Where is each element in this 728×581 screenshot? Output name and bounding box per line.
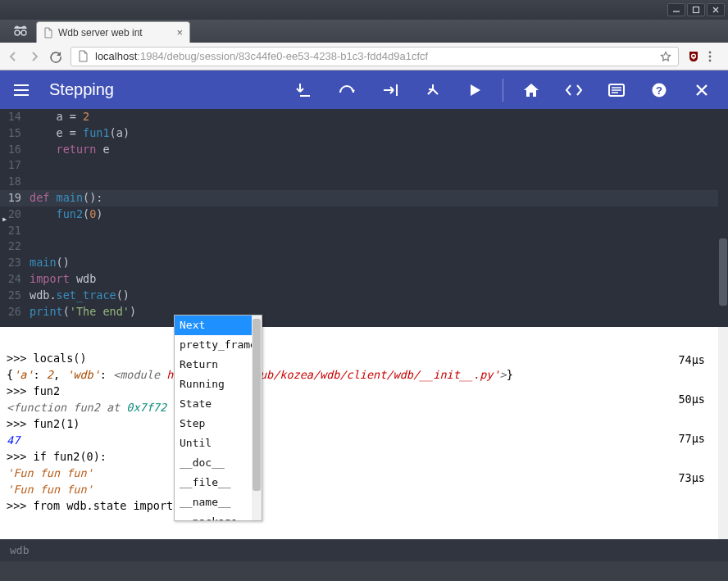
line-number[interactable]: 15	[0, 125, 25, 142]
window-minimize-button[interactable]	[667, 3, 685, 16]
repl-prompt-line: >>> locals()	[7, 350, 721, 366]
svg-rect-4	[693, 57, 694, 60]
repl-entry: >>> fun2(1)47	[0, 415, 728, 448]
code-line[interactable]: 25wdb.set_trace()	[0, 288, 728, 304]
nav-back-icon[interactable]	[7, 50, 20, 63]
nav-reload-icon[interactable]	[49, 50, 62, 63]
code-text: fun2(0)	[25, 207, 102, 223]
step-over-button[interactable]	[329, 72, 365, 108]
line-number[interactable]: 22	[0, 238, 25, 255]
autocomplete-item[interactable]: Step	[175, 414, 252, 433]
line-number[interactable]: 26	[0, 304, 25, 320]
console-scrollbar[interactable]	[718, 327, 728, 539]
svg-point-2	[21, 30, 26, 35]
command-input[interactable]: wdb	[0, 539, 728, 561]
code-text: a = 2	[25, 109, 89, 125]
code-text: wdb.set_trace()	[25, 288, 130, 304]
autocomplete-item[interactable]: __file__	[175, 473, 252, 492]
bookmark-star-icon[interactable]	[660, 51, 671, 62]
repl-prompt-line: >>> from wdb.state import	[7, 497, 721, 514]
code-text: def main():	[25, 190, 102, 207]
step-into-button[interactable]	[286, 72, 322, 108]
code-text	[25, 157, 30, 174]
page-title: Stepping	[49, 80, 114, 99]
command-input-placeholder: wdb	[10, 544, 29, 556]
autocomplete-item[interactable]: __name__	[175, 492, 252, 512]
svg-point-5	[709, 51, 712, 53]
code-line[interactable]: 21	[0, 223, 728, 239]
svg-point-1	[15, 30, 20, 35]
browser-addressbar: localhost:1984/debug/session/83c44fe0-ee…	[0, 43, 728, 70]
scrollbar-thumb[interactable]	[719, 238, 727, 306]
autocomplete-item[interactable]: Until	[175, 433, 252, 453]
timing-badge: 77µs	[678, 430, 705, 447]
autocomplete-item[interactable]: Running	[175, 374, 252, 394]
autocomplete-item[interactable]: __doc__	[175, 453, 252, 473]
code-line[interactable]: 26print('The end')	[0, 304, 728, 320]
source-code-panel[interactable]: ▸ 14 a = 215 e = fun1(a)16 return e17181…	[0, 109, 728, 327]
continue-button[interactable]	[457, 72, 493, 108]
autocomplete-item[interactable]: pretty_frame	[175, 335, 252, 355]
app-header: Stepping ?	[0, 70, 728, 109]
line-number[interactable]: 25	[0, 288, 25, 304]
site-info-icon[interactable]	[78, 50, 89, 62]
url-text: localhost:1984/debug/session/83c44fe0-ee…	[95, 50, 428, 62]
autocomplete-item[interactable]: Return	[175, 355, 252, 374]
help-button[interactable]: ?	[641, 72, 677, 108]
autocomplete-item[interactable]: State	[175, 394, 252, 414]
tab-close-icon[interactable]: ×	[176, 26, 183, 39]
line-number[interactable]: 16	[0, 142, 25, 158]
line-number[interactable]: 17	[0, 157, 25, 174]
chrome-menu-icon[interactable]	[708, 51, 721, 62]
window-close-button[interactable]	[707, 3, 725, 16]
code-text: main()	[25, 255, 70, 271]
code-line[interactable]: 15 e = fun1(a)	[0, 125, 728, 142]
repl-entry: >>> from wdb.state import	[0, 497, 728, 514]
home-button[interactable]	[513, 72, 549, 108]
menu-button[interactable]	[8, 84, 34, 96]
timing-badge: 50µs	[678, 391, 705, 407]
line-number[interactable]: 14	[0, 109, 25, 125]
code-line[interactable]: 19def main():	[0, 190, 728, 207]
code-line[interactable]: 24import wdb	[0, 271, 728, 288]
repl-output: <function fun2 at 0x7f72	[7, 399, 721, 415]
source-button[interactable]	[556, 72, 592, 108]
repl-entry: >>> fun2<function fun2 at 0x7f72	[0, 383, 728, 415]
code-line[interactable]: 22	[0, 238, 728, 255]
svg-point-6	[709, 55, 712, 57]
output-button[interactable]	[598, 72, 635, 108]
extension-ublock-icon[interactable]	[687, 50, 700, 63]
url-input[interactable]: localhost:1984/debug/session/83c44fe0-ee…	[71, 47, 679, 66]
line-number[interactable]: 18	[0, 174, 25, 190]
tab-title: Wdb server web int	[58, 27, 143, 39]
browser-tabbar: Wdb server web int ×	[0, 20, 728, 43]
autocomplete-item[interactable]: Next	[175, 315, 252, 335]
code-line[interactable]: 14 a = 2	[0, 109, 728, 125]
code-line[interactable]: 17	[0, 157, 728, 174]
autocomplete-item[interactable]: __package	[175, 512, 252, 520]
code-line[interactable]: 23main()	[0, 255, 728, 271]
browser-tab[interactable]: Wdb server web int ×	[36, 21, 190, 43]
autocomplete-popup: Nextpretty_frameReturnRunningStateStepUn…	[174, 315, 262, 521]
scrollbar-thumb[interactable]	[253, 319, 261, 491]
timing-badge: 74µs	[678, 352, 705, 368]
nav-forward-icon[interactable]	[28, 50, 41, 63]
code-line[interactable]: 18	[0, 174, 728, 190]
autocomplete-scrollbar[interactable]	[252, 315, 262, 520]
close-button[interactable]	[684, 72, 720, 108]
page-icon	[43, 27, 53, 39]
window-maximize-button[interactable]	[687, 3, 705, 16]
code-line[interactable]: 20 fun2(0)	[0, 207, 728, 223]
repl-output: {'a': 2, 'wdb': <module home/zero/github…	[7, 366, 721, 383]
line-number[interactable]: 24	[0, 271, 25, 288]
code-line[interactable]: 16 return e	[0, 142, 728, 158]
step-out-button[interactable]	[371, 72, 407, 108]
repl-entry: >>> if fun2(0): 'Fun fun fun''Fun fun fu…	[0, 448, 728, 497]
repl-console[interactable]: 74µs>>> locals(){'a': 2, 'wdb': <module …	[0, 327, 728, 539]
line-number[interactable]: 19	[0, 190, 25, 207]
svg-point-7	[709, 59, 712, 61]
step-up-button[interactable]	[414, 72, 450, 108]
repl-output: 'Fun fun fun'	[7, 481, 721, 497]
line-number[interactable]: 23	[0, 255, 25, 271]
code-scrollbar[interactable]	[718, 109, 728, 327]
